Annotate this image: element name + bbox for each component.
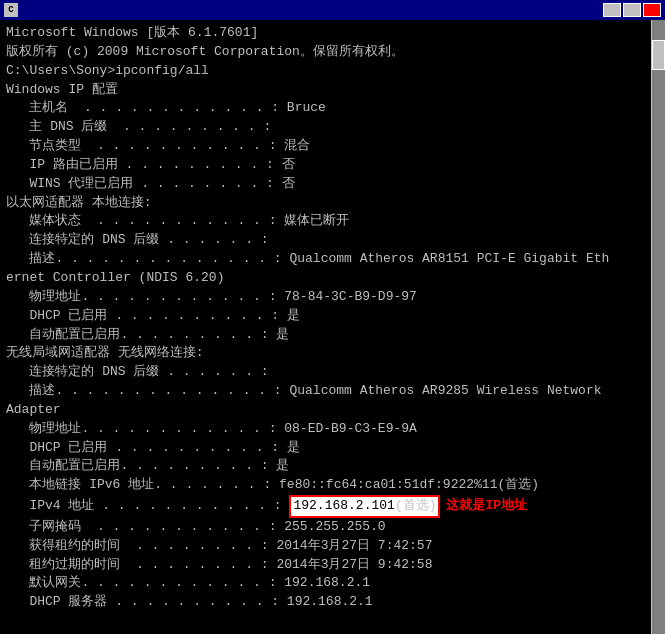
terminal-line: 连接特定的 DNS 后缀 . . . . . . : bbox=[6, 231, 659, 250]
terminal-line: DHCP 服务器 . . . . . . . . . . : 192.168.2… bbox=[6, 593, 659, 612]
ipv4-boxed-value: 192.168.2.101(首选) bbox=[289, 495, 440, 518]
terminal-line: 无线局域网适配器 无线网络连接: bbox=[6, 344, 659, 363]
scrollbar[interactable] bbox=[651, 20, 665, 634]
terminal-line: 主 DNS 后缀 . . . . . . . . . : bbox=[6, 118, 659, 137]
minimize-button[interactable] bbox=[603, 3, 621, 17]
terminal-line: 连接特定的 DNS 后缀 . . . . . . : bbox=[6, 363, 659, 382]
terminal-line: 默认网关. . . . . . . . . . . . : 192.168.2.… bbox=[6, 574, 659, 593]
ipv4-suffix: (首选) bbox=[395, 498, 437, 513]
terminal-line: 子网掩码 . . . . . . . . . . . : 255.255.255… bbox=[6, 518, 659, 537]
title-buttons bbox=[603, 3, 661, 17]
terminal-content[interactable]: Microsoft Windows [版本 6.1.7601]版权所有 (c) … bbox=[0, 20, 665, 634]
ip-address: 192.168.2.101 bbox=[293, 498, 394, 513]
terminal-line: 获得租约的时间 . . . . . . . . : 2014年3月27日 7:4… bbox=[6, 537, 659, 556]
terminal-line: 物理地址. . . . . . . . . . . . : 08-ED-B9-C… bbox=[6, 420, 659, 439]
terminal-line: 媒体状态 . . . . . . . . . . . : 媒体已断开 bbox=[6, 212, 659, 231]
terminal-line: 主机名 . . . . . . . . . . . . : Bruce bbox=[6, 99, 659, 118]
terminal-line: 以太网适配器 本地连接: bbox=[6, 194, 659, 213]
terminal-line: 物理地址. . . . . . . . . . . . : 78-84-3C-B… bbox=[6, 288, 659, 307]
terminal-line: 本地链接 IPv6 地址. . . . . . . : fe80::fc64:c… bbox=[6, 476, 659, 495]
terminal-line: 版权所有 (c) 2009 Microsoft Corporation。保留所有… bbox=[6, 43, 659, 62]
ipv4-prefix: IPv4 地址 . . . . . . . . . . . : bbox=[6, 497, 289, 516]
cmd-icon: C bbox=[4, 3, 18, 17]
terminal-line: 描述. . . . . . . . . . . . . . : Qualcomm… bbox=[6, 250, 659, 269]
terminal-line: DHCP 已启用 . . . . . . . . . . : 是 bbox=[6, 439, 659, 458]
terminal-line: 自动配置已启用. . . . . . . . . : 是 bbox=[6, 457, 659, 476]
close-button[interactable] bbox=[643, 3, 661, 17]
title-bar: C bbox=[0, 0, 665, 20]
terminal-line: Microsoft Windows [版本 6.1.7601] bbox=[6, 24, 659, 43]
maximize-button[interactable] bbox=[623, 3, 641, 17]
title-bar-left: C bbox=[4, 3, 22, 17]
terminal-line: 描述. . . . . . . . . . . . . . : Qualcomm… bbox=[6, 382, 659, 401]
terminal-line: ernet Controller (NDIS 6.20) bbox=[6, 269, 659, 288]
terminal-line: DHCP 已启用 . . . . . . . . . . : 是 bbox=[6, 307, 659, 326]
terminal-line: 租约过期的时间 . . . . . . . . : 2014年3月27日 9:4… bbox=[6, 556, 659, 575]
terminal-line: 自动配置已启用. . . . . . . . . : 是 bbox=[6, 326, 659, 345]
cmd-window: C Microsoft Windows [版本 6.1.7601]版权所有 (c… bbox=[0, 0, 665, 634]
scrollbar-thumb[interactable] bbox=[652, 40, 665, 70]
terminal-line: C:\Users\Sony>ipconfig/all bbox=[6, 62, 659, 81]
terminal-line: IP 路由已启用 . . . . . . . . . : 否 bbox=[6, 156, 659, 175]
terminal-line: WINS 代理已启用 . . . . . . . . : 否 bbox=[6, 175, 659, 194]
terminal-line: 节点类型 . . . . . . . . . . . : 混合 bbox=[6, 137, 659, 156]
terminal-line: Adapter bbox=[6, 401, 659, 420]
ip-label: 这就是IP地址 bbox=[446, 497, 527, 516]
terminal-line: Windows IP 配置 bbox=[6, 81, 659, 100]
ipv4-line: IPv4 地址 . . . . . . . . . . . : 192.168.… bbox=[6, 495, 659, 518]
